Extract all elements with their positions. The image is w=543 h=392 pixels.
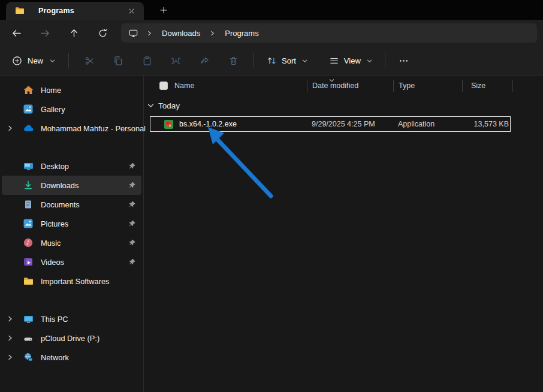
- sidebar-item-label: This PC: [41, 315, 68, 324]
- breadcrumb-downloads[interactable]: Downloads: [157, 29, 205, 38]
- file-date-modified: 9/29/2025 4:25 PM: [307, 120, 393, 128]
- sidebar-item-desktop[interactable]: Desktop: [2, 156, 141, 176]
- view-button-label: View: [344, 56, 361, 65]
- chevron-down-icon: [367, 58, 372, 64]
- chevron-right-icon[interactable]: [7, 125, 13, 131]
- chevron-down-icon[interactable]: [147, 102, 154, 109]
- network-icon: [23, 352, 34, 363]
- explorer-tab[interactable]: Programs: [6, 2, 144, 20]
- desktop-icon: [23, 161, 34, 171]
- sidebar-item-label: Videos: [41, 258, 64, 267]
- file-name: bs.x64.-1.0.2.exe: [179, 120, 237, 128]
- tab-title: Programs: [38, 7, 117, 15]
- share-icon: [192, 50, 216, 71]
- sidebar-item-gallery[interactable]: Gallery: [2, 99, 141, 119]
- up-icon[interactable]: [64, 23, 84, 43]
- sidebar-item-this-pc[interactable]: This PC: [2, 309, 141, 328]
- sidebar-item-label: Mohammad Mahfuz - Personal: [41, 124, 146, 133]
- sidebar-item-pcloud-drive[interactable]: pCloud Drive (P:): [2, 328, 141, 348]
- pin-icon: [128, 182, 136, 189]
- refresh-icon[interactable]: [92, 23, 113, 43]
- column-header-name[interactable]: Name: [144, 82, 307, 90]
- sidebar-item-documents[interactable]: Documents: [2, 195, 141, 214]
- rename-icon: A: [164, 50, 188, 71]
- sidebar-item-label: Documents: [41, 200, 80, 209]
- copy-icon: [106, 50, 130, 71]
- sidebar-item-important-softwares[interactable]: Important Softwares: [2, 272, 141, 291]
- music-icon: ♪: [23, 237, 34, 248]
- column-label-date-modified: Date modified: [312, 82, 358, 90]
- select-all-checkbox[interactable]: [159, 82, 168, 90]
- group-header-today[interactable]: Today: [147, 99, 543, 112]
- back-icon[interactable]: [6, 23, 26, 43]
- sidebar-item-label: pCloud Drive (P:): [41, 334, 99, 343]
- column-header-type[interactable]: Type: [394, 82, 462, 90]
- svg-text:▶: ▶: [28, 260, 31, 265]
- file-name-cell[interactable]: bs.x64.-1.0.2.exe: [150, 119, 307, 129]
- file-list-pane: Name Date modified Type Size T: [144, 76, 543, 392]
- column-label-size: Size: [471, 82, 485, 90]
- sidebar-item-music[interactable]: ♪ Music: [2, 233, 141, 252]
- new-button[interactable]: New: [5, 50, 62, 71]
- sidebar-item-label: Downloads: [41, 181, 79, 190]
- delete-icon: [221, 50, 245, 71]
- sort-indicator-icon: [329, 78, 334, 83]
- column-header-date-modified[interactable]: Date modified: [307, 82, 393, 90]
- this-pc-icon[interactable]: [128, 28, 138, 38]
- chevron-right-icon[interactable]: [7, 335, 13, 341]
- folder-icon: [14, 5, 25, 16]
- sidebar-item-label: Pictures: [41, 219, 68, 228]
- videos-icon: ▶: [23, 257, 34, 267]
- pin-icon: [128, 239, 136, 247]
- column-divider[interactable]: [512, 80, 513, 92]
- navigation-bar: Downloads Programs: [0, 20, 543, 46]
- forward-icon: [35, 23, 55, 43]
- sidebar-item-downloads[interactable]: Downloads: [2, 176, 141, 195]
- svg-text:♪: ♪: [26, 239, 30, 246]
- sidebar-item-home[interactable]: Home: [2, 80, 141, 99]
- toolbar-divider: [385, 53, 385, 68]
- documents-icon: [23, 199, 34, 210]
- toolbar-divider: [68, 53, 69, 68]
- command-toolbar: New A Sort View: [0, 46, 543, 76]
- sidebar-section-gap: [0, 291, 143, 309]
- pin-icon: [128, 162, 136, 170]
- file-type: Application: [393, 120, 462, 128]
- this-pc-icon: [23, 313, 34, 324]
- sidebar-item-label: Music: [41, 239, 61, 248]
- tab-close-icon[interactable]: [123, 4, 139, 17]
- file-row[interactable]: bs.x64.-1.0.2.exe 9/29/2025 4:25 PM Appl…: [150, 116, 511, 132]
- sidebar-item-label: Desktop: [41, 162, 69, 171]
- address-bar[interactable]: Downloads Programs: [121, 23, 537, 43]
- onedrive-icon: [23, 123, 34, 134]
- breadcrumb-programs[interactable]: Programs: [220, 29, 263, 38]
- chevron-right-icon: [205, 31, 220, 36]
- folder-icon: [23, 276, 34, 287]
- sidebar-item-onedrive-personal[interactable]: Mohammad Mahfuz - Personal: [2, 119, 141, 138]
- gallery-icon: [23, 104, 34, 114]
- new-tab-button[interactable]: [155, 2, 173, 19]
- view-list-icon: [329, 56, 339, 66]
- sidebar-item-label: Gallery: [41, 105, 65, 114]
- pictures-icon: [23, 218, 34, 229]
- more-options-icon[interactable]: [391, 50, 417, 71]
- pin-icon: [128, 258, 136, 266]
- sort-icon: [267, 56, 277, 66]
- plus-circle-icon: [12, 56, 22, 66]
- exe-file-icon: [164, 119, 174, 129]
- tab-bar: Programs: [0, 0, 543, 20]
- chevron-right-icon[interactable]: [7, 316, 13, 322]
- column-label-type: Type: [399, 82, 415, 90]
- sidebar-item-network[interactable]: Network: [2, 348, 141, 367]
- column-headers: Name Date modified Type Size: [144, 77, 543, 94]
- toolbar-divider: [254, 53, 254, 68]
- sidebar-item-label: Network: [41, 353, 69, 362]
- sidebar-item-videos[interactable]: ▶ Videos: [2, 252, 141, 272]
- new-button-label: New: [28, 56, 43, 65]
- chevron-right-icon[interactable]: [7, 354, 13, 360]
- view-button[interactable]: View: [322, 50, 379, 71]
- sidebar-item-pictures[interactable]: Pictures: [2, 214, 141, 233]
- column-header-size[interactable]: Size: [463, 82, 512, 90]
- sidebar-item-label: Home: [41, 86, 61, 95]
- sort-button[interactable]: Sort: [260, 50, 314, 71]
